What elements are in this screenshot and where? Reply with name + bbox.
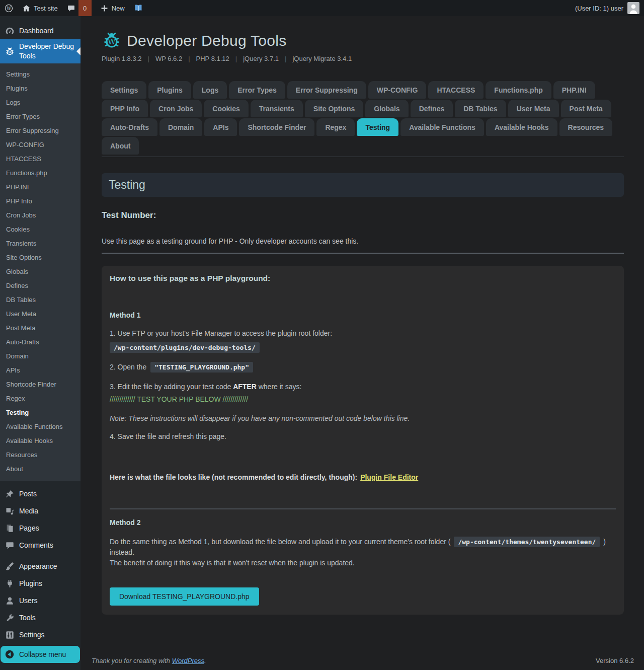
sidebar-menu-item[interactable]: Comments [0,537,80,554]
sidebar-item-dashboard[interactable]: Dashboard [0,22,80,39]
plugin-tab[interactable]: Logs [193,81,227,99]
plugin-tab[interactable]: Site Options [305,100,363,117]
submenu-item[interactable]: User Meta [0,307,80,321]
submenu-item[interactable]: APIs [0,363,80,378]
sidebar-menu-item[interactable]: Tools [0,609,80,626]
wrench-icon [5,613,15,623]
plugin-tab[interactable]: DB Tables [455,100,506,117]
method2-label: Method 2 [110,518,616,527]
plugin-tab[interactable]: Functions.php [486,81,551,99]
account-menu[interactable]: (User ID: 1) user [573,2,641,14]
plugin-tab[interactable]: Available Functions [400,118,484,136]
submenu-item[interactable]: Site Options [0,251,80,265]
plugin-tab[interactable]: About [102,137,139,155]
plugin-tab[interactable]: Auto-Drafts [102,118,157,136]
brush-icon [5,561,15,571]
comments-shortcut[interactable] [62,0,78,16]
plugin-tab[interactable]: PHP Info [102,100,148,117]
new-label: New [112,5,125,12]
plugin-tab[interactable]: PHP.INI [553,81,595,99]
step-3: 3. Edit the file by adding your test cod… [110,382,616,392]
plugin-tab[interactable]: Post Meta [561,100,611,117]
plugin-file-editor-link[interactable]: Plugin File Editor [360,473,418,481]
page-title: Developer Debug Tools [127,32,287,49]
debug-tools-adminbar-button[interactable] [129,0,147,16]
submenu-item[interactable]: Error Types [0,110,80,124]
submenu-item[interactable]: Available Functions [0,420,80,434]
svg-text:W: W [108,37,116,46]
version-meta-item: jQuery 3.7.1 [229,55,279,62]
new-content-button[interactable]: New [96,0,129,16]
submenu-item[interactable]: Cron Jobs [0,208,80,222]
submenu-item[interactable]: Domain [0,349,80,363]
plugin-tab[interactable]: Transients [251,100,303,117]
submenu-item[interactable]: Post Meta [0,321,80,335]
submenu-item[interactable]: Available Hooks [0,434,80,448]
wordpress-link[interactable]: WordPress [172,657,204,664]
admin-sidebar: Dashboard W Developer Debug Tools Settin… [0,16,80,670]
submenu-item[interactable]: PHP.INI [0,180,80,194]
comment-count-badge[interactable]: 0 [78,0,92,16]
user-label: (User ID: 1) user [575,5,623,12]
plugin-tab[interactable]: Cookies [204,100,248,117]
collapse-icon [5,649,15,659]
media-icon [5,506,15,516]
plugin-tab[interactable]: Regex [316,118,355,136]
site-name-link[interactable]: Test site [18,0,62,16]
plugin-tab[interactable]: HTACCESS [428,81,484,99]
submenu-item[interactable]: Testing [0,406,80,420]
submenu-item[interactable]: Shortcode Finder [0,378,80,392]
submenu-item[interactable]: Settings [0,67,80,82]
plugin-tab[interactable]: Error Suppressing [287,81,366,99]
plugin-tab[interactable]: Shortcode Finder [239,118,314,136]
plugin-tab[interactable]: Resources [559,118,613,136]
pages-icon [5,523,15,533]
submenu-item[interactable]: Resources [0,448,80,462]
collapse-menu-button[interactable]: Collapse menu [1,646,80,663]
sidebar-item-developer-debug-tools[interactable]: W Developer Debug Tools [0,39,80,63]
submenu-item[interactable]: HTACCESS [0,152,80,166]
plugin-tab[interactable]: Testing [357,118,398,136]
sidebar-menu-item[interactable]: Appearance [0,558,80,575]
submenu-item[interactable]: PHP Info [0,194,80,208]
submenu-item[interactable]: Transients [0,237,80,251]
ddt-submenu: SettingsPluginsLogsError TypesError Supp… [0,63,80,481]
submenu-item[interactable]: Functions.php [0,166,80,180]
sidebar-menu-item[interactable]: Pages [0,519,80,537]
submenu-item[interactable]: Error Suppressing [0,124,80,138]
plugin-tab[interactable]: Globals [365,100,408,117]
submenu-item[interactable]: About [0,462,80,476]
plugin-tab[interactable]: Error Types [229,81,285,99]
submenu-item[interactable]: WP-CONFIG [0,138,80,152]
plugin-tab[interactable]: Cron Jobs [150,100,202,117]
wordpress-logo-button[interactable]: W [0,0,18,16]
home-icon [22,4,31,13]
user-icon [5,595,15,606]
download-playground-button[interactable]: Download TESTING_PLAYGROUND.php [110,587,259,606]
plugin-tab[interactable]: WP-CONFIG [368,81,427,99]
sidebar-menu-item[interactable]: Posts [0,485,80,502]
comment-icon [5,540,15,550]
submenu-item[interactable]: Auto-Drafts [0,335,80,349]
plugin-tab[interactable]: Settings [102,81,146,99]
plugin-tab[interactable]: Domain [159,118,202,136]
plugin-tab[interactable]: Available Hooks [486,118,557,136]
submenu-item[interactable]: Logs [0,96,80,110]
sidebar-menu-item[interactable]: Users [0,592,80,609]
sidebar-menu-item[interactable]: Plugins [0,575,80,592]
submenu-item[interactable]: Plugins [0,82,80,96]
submenu-item[interactable]: Cookies [0,222,80,237]
content-area: W Developer Debug Tools Plugin 1.8.3.2WP… [80,16,644,670]
plugin-tab[interactable]: Defines [411,100,453,117]
submenu-item[interactable]: Globals [0,265,80,279]
dashboard-icon [5,26,15,36]
submenu-item[interactable]: Regex [0,392,80,406]
plugin-tab[interactable]: APIs [204,118,237,136]
sidebar-menu-item[interactable]: Settings [0,626,80,643]
submenu-item[interactable]: Defines [0,279,80,293]
plugin-tab[interactable]: User Meta [508,100,559,117]
submenu-item[interactable]: DB Tables [0,293,80,307]
plugin-tab[interactable]: Plugins [148,81,191,99]
sidebar-menu-item[interactable]: Media [0,502,80,519]
footer-version: Version 6.6.2 [596,657,634,664]
